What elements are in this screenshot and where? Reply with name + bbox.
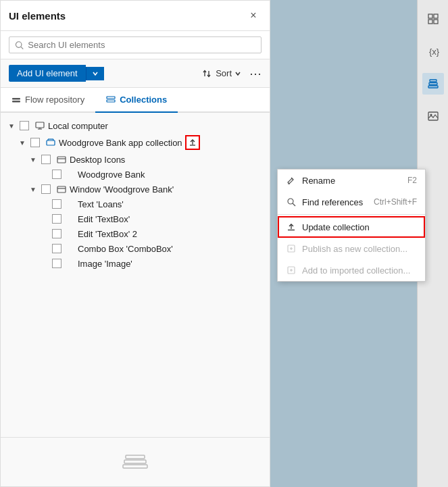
svg-rect-23 [126,455,145,459]
title-bar: UI elements × [1,1,270,31]
checkbox-window-woodgrove[interactable] [41,184,51,194]
svg-rect-21 [123,465,147,468]
tree-item-edit-textbox2[interactable]: Edit 'TextBox' 2 [1,226,270,241]
window2-icon [56,184,67,195]
rename-label: Rename [302,176,335,186]
update-collection-icon [286,222,297,232]
svg-line-1 [21,47,23,49]
woodgrove-collection-label: Woodgrove Bank app collection [59,138,182,148]
image-icon-button[interactable] [422,105,444,127]
window-icon [56,154,67,165]
ctx-publish-new[interactable]: Publish as new collection... [278,238,425,259]
image-label: Image 'Image' [78,259,132,269]
tree-item-woodgrove-bank[interactable]: Woodgrove Bank [1,167,270,182]
stacked-layers-icon [122,451,149,473]
desktop-icons-label: Desktop Icons [70,155,125,165]
tree-item-desktop-icons[interactable]: ▼ Desktop Icons [1,152,270,167]
tree-item-woodgrove-collection[interactable]: ▼ Woodgrove Bank app collection [1,133,270,152]
context-menu: Rename F2 Find references Ctrl+Shift+F [277,169,426,282]
svg-text:{x}: {x} [429,47,439,57]
search-input[interactable] [28,40,255,50]
panel-title: UI elements [9,10,66,22]
layers-icon-button[interactable] [422,73,444,95]
woodgrove-bank-label: Woodgrove Bank [78,170,145,180]
publish-new-label: Publish as new collection... [302,244,407,254]
chevron-expand-window: ▼ [28,184,39,195]
tab-flow-repository[interactable]: Flow repository [1,88,95,113]
edit-textbox-label: Edit 'TextBox' [78,214,130,224]
checkbox-local[interactable] [20,121,29,130]
sort-chevron-icon [234,70,241,77]
code-icon-button[interactable]: {x} [422,41,444,62]
svg-rect-6 [107,97,115,99]
close-button[interactable]: × [245,7,262,24]
checkbox-image[interactable] [52,259,61,268]
ctx-add-imported[interactable]: Add to imported collection... [278,259,425,281]
svg-rect-5 [12,101,20,103]
find-refs-shortcut: Ctrl+Shift+F [374,197,417,207]
layers-tab-icon [11,95,21,105]
local-computer-label: Local computer [48,121,108,131]
svg-rect-8 [36,122,44,128]
ctx-update-collection[interactable]: Update collection [278,216,425,238]
search-icon [15,41,24,50]
rename-icon [286,175,297,186]
svg-rect-7 [107,100,115,102]
ctx-rename[interactable]: Rename F2 [278,170,425,191]
collection-icon [45,137,56,148]
monitor-icon [34,120,45,131]
find-refs-label: Find references [302,197,363,207]
collections-label: Collections [120,95,167,105]
more-options-button[interactable]: ⋯ [249,66,262,81]
tree-item-window-woodgrove[interactable]: ▼ Window 'Woodgrove Bank' [1,182,270,197]
svg-rect-19 [57,186,66,193]
combo-combobox-label: Combo Box 'ComboBox' [78,244,173,254]
chevron-expand-woodgrove: ▼ [17,137,28,148]
tree-item-local[interactable]: ▼ Local computer [1,118,270,133]
add-ui-element-button[interactable]: Add UI element [9,65,104,82]
chevron-expand-desktop: ▼ [28,154,39,165]
update-collection-label: Update collection [302,222,370,232]
chevron-down-icon [92,70,99,77]
sort-label: Sort [216,68,232,78]
checkbox-edit-textbox2[interactable] [52,229,61,238]
edit-textbox2-label: Edit 'TextBox' 2 [78,229,137,239]
svg-rect-38 [428,20,432,24]
ctx-find-refs[interactable]: Find references Ctrl+Shift+F [278,191,425,213]
svg-rect-39 [434,20,438,24]
checkbox-woodgrove-bank[interactable] [52,170,61,179]
grid-icon-button[interactable] [422,8,444,30]
spacer-woodgrove-bank [39,169,49,180]
checkbox-edit-textbox[interactable] [52,214,61,224]
ui-elements-panel: UI elements × Add UI element [0,0,270,487]
checkbox-woodgrove-collection[interactable] [30,138,40,147]
tab-collections[interactable]: Collections [95,88,178,113]
add-button-main[interactable]: Add UI element [9,65,86,82]
rename-shortcut: F2 [407,176,417,185]
checkbox-desktop[interactable] [41,155,51,164]
svg-rect-42 [429,83,437,85]
search-bar [1,31,270,59]
svg-point-26 [288,199,293,204]
upload-icon [189,138,197,147]
tree-item-image[interactable]: Image 'Image' [1,256,270,271]
tree-item-combo-combobox[interactable]: Combo Box 'ComboBox' [1,241,270,256]
tree-item-edit-textbox[interactable]: Edit 'TextBox' [1,211,270,226]
svg-rect-37 [434,14,438,18]
svg-rect-17 [57,157,66,163]
svg-point-0 [16,41,22,47]
svg-rect-22 [124,460,146,463]
svg-rect-41 [428,86,438,88]
upload-button[interactable] [185,135,200,150]
svg-rect-43 [430,80,437,82]
tree-item-text-loans[interactable]: Text 'Loans' [1,197,270,211]
svg-point-45 [430,114,432,116]
collection-tab-icon [106,95,116,105]
svg-rect-4 [12,98,20,100]
add-button-dropdown[interactable] [86,67,104,80]
find-refs-icon [286,197,297,207]
checkbox-combo[interactable] [52,244,61,253]
tabs: Flow repository Collections [1,88,270,113]
sort-button[interactable]: Sort [202,68,241,79]
checkbox-text-loans[interactable] [52,199,61,209]
